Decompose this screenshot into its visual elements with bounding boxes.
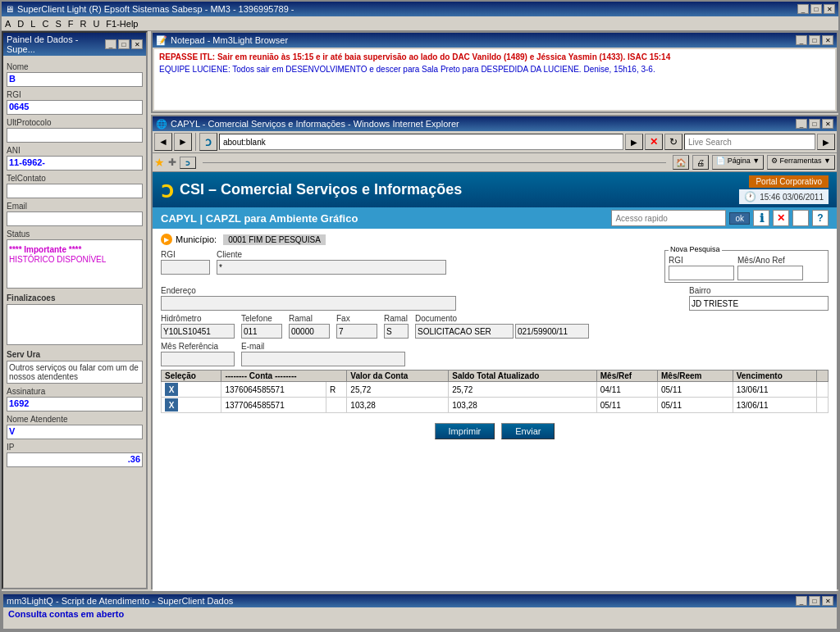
bottom-maximize[interactable]: □ <box>809 596 820 606</box>
links-icon-btn[interactable]: ↄ <box>180 157 196 169</box>
acesso-rapido-input[interactable] <box>611 210 726 226</box>
valor-cell-1: 25,72 <box>347 382 449 398</box>
titlebar-controls[interactable]: _ □ ✕ <box>797 4 835 14</box>
mes-ano-ref-field[interactable] <box>737 266 803 280</box>
tools-dropdown[interactable]: ⚙ Ferramentas ▼ <box>767 155 835 170</box>
fax-group: Fax <box>336 314 377 339</box>
hidrometro-field[interactable] <box>161 324 235 339</box>
email-form-label: E-mail <box>241 342 405 351</box>
ie-close[interactable]: ✕ <box>822 119 833 129</box>
rgi-field[interactable] <box>161 260 210 275</box>
address-go-button[interactable]: ▶ <box>625 134 643 150</box>
bairro-field[interactable] <box>689 296 829 311</box>
email-form-field[interactable] <box>241 352 405 366</box>
table-row: X 1377064585571 103,28 103,28 05/11 05/1… <box>162 398 829 413</box>
menu-f[interactable]: F <box>68 19 74 29</box>
menu-s[interactable]: S <box>55 19 61 29</box>
left-panel-maximize[interactable]: □ <box>118 39 130 49</box>
stop-button[interactable]: ✕ <box>645 134 663 150</box>
menu-r[interactable]: R <box>80 19 86 29</box>
menu-c[interactable]: C <box>42 19 48 29</box>
ok-button[interactable]: ok <box>729 212 750 225</box>
back-button[interactable]: ◄ <box>154 133 172 151</box>
search-input[interactable] <box>684 134 815 150</box>
ultprotocolo-input[interactable] <box>7 128 143 143</box>
fax-field[interactable] <box>336 324 377 339</box>
csi-header: ↄ CSI – Comercial Serviços e Informações… <box>153 172 837 207</box>
ie-fav-star[interactable]: ★ <box>154 156 165 169</box>
ramal2-field[interactable] <box>384 324 409 339</box>
ie-minimize[interactable]: _ <box>796 119 807 129</box>
imprimir-button[interactable]: Imprimir <box>435 423 495 439</box>
ie-controls[interactable]: _ □ ✕ <box>796 119 833 129</box>
ani-label: ANI <box>7 146 143 155</box>
bottom-title-text: mm3LightQ - Script de Atendimento - Supe… <box>7 596 233 606</box>
page-dropdown[interactable]: 📄 Página ▼ <box>712 155 764 170</box>
bottom-controls[interactable]: _ □ ✕ <box>796 596 833 606</box>
menu-l[interactable]: L <box>30 19 35 29</box>
notepad-content: REPASSE ITL: Sair em reunião às 15:15 e … <box>154 49 835 110</box>
menubar: A D L C S F R U F1-Help <box>2 16 838 31</box>
close-icon-btn[interactable]: ✕ <box>773 210 789 226</box>
nova-rgi-group: RGI <box>669 256 734 280</box>
email-input[interactable] <box>7 211 143 226</box>
telefone-field[interactable] <box>241 324 282 339</box>
notepad-minimize[interactable]: _ <box>796 35 807 45</box>
cliente-field[interactable] <box>217 260 446 275</box>
endereco-field[interactable] <box>161 296 456 311</box>
search-go-button[interactable]: ▶ <box>817 134 835 150</box>
nova-pesquisa-box: Nova Pesquisa RGI Mês/Ano Ref <box>664 250 829 283</box>
ie-maximize[interactable]: □ <box>809 119 820 129</box>
close-button[interactable]: ✕ <box>824 4 835 14</box>
print-icon-btn[interactable]: 🖨 <box>692 155 709 170</box>
ie-links-toolbar: ★ ✚ ↄ 🏠 🖨 📄 Página ▼ ⚙ Ferramentas ▼ <box>153 153 837 172</box>
ramal1-field[interactable] <box>289 324 330 339</box>
notepad-window: 📝 Notepad - Mm3Light Browser _ □ ✕ REPAS… <box>151 31 838 113</box>
bottom-title: mm3LightQ - Script de Atendimento - Supe… <box>3 594 837 607</box>
documento-num-field[interactable] <box>515 324 589 339</box>
nova-rgi-field[interactable] <box>669 266 734 280</box>
mes-ref-field[interactable] <box>161 352 235 366</box>
left-panel-title-text: Painel de Dados - Supe... <box>7 34 105 54</box>
checkbox-2[interactable]: X <box>165 398 178 411</box>
menu-a[interactable]: A <box>5 19 11 29</box>
maximize-button[interactable]: □ <box>810 4 822 14</box>
notepad-close[interactable]: ✕ <box>822 35 833 45</box>
home-icon-btn[interactable]: 🏠 <box>673 155 689 170</box>
left-panel-minimize[interactable]: _ <box>105 39 116 49</box>
titlebar-left: 🖥 SuperClient Light (R) Epsoft Sistemas … <box>5 4 294 14</box>
refresh-button[interactable]: ↻ <box>664 134 682 150</box>
info-icon-btn[interactable]: ℹ <box>753 210 769 226</box>
ie-logo-btn[interactable]: ↄ <box>199 133 217 151</box>
menu-d[interactable]: D <box>17 19 24 29</box>
telefone-group: Telefone <box>241 314 282 339</box>
forward-button[interactable]: ► <box>174 133 192 151</box>
enviar-button[interactable]: Enviar <box>501 423 555 439</box>
telcontato-label: TelContato <box>7 174 143 183</box>
ie-window: 🌐 CAPYL - Comercial Serviços e Informaçõ… <box>151 115 838 589</box>
form-area: ▶ Município: 0001 FIM DE PESQUISA RGI Cl… <box>153 229 837 444</box>
checkbox-1[interactable]: X <box>165 383 178 396</box>
finalizacoes-label: Finalizacoes <box>7 293 143 302</box>
minimize-button[interactable]: _ <box>797 4 809 14</box>
notepad-controls[interactable]: _ □ ✕ <box>796 35 833 45</box>
bairro-group: Bairro <box>689 286 829 311</box>
settings-icon-btn[interactable]: ⚙ <box>792 210 809 226</box>
address-bar[interactable] <box>219 134 623 150</box>
ie-add-fav[interactable]: ✚ <box>168 157 176 168</box>
col-saldo: Saldo Total Atualizado <box>449 371 597 382</box>
telcontato-input[interactable] <box>7 184 143 198</box>
bottom-minimize[interactable]: _ <box>796 596 807 606</box>
portal-corporativo-button[interactable]: Portal Corporativo <box>749 175 829 188</box>
bottom-close[interactable]: ✕ <box>822 596 833 606</box>
csi-title-group: ↄ CSI – Comercial Serviços e Informações <box>161 176 462 203</box>
menu-f1help[interactable]: F1-Help <box>106 19 138 29</box>
main-window: 🖥 SuperClient Light (R) Epsoft Sistemas … <box>0 0 840 632</box>
menu-u[interactable]: U <box>93 19 99 29</box>
csi-logo-icon: ↄ <box>161 176 173 203</box>
help-icon-btn[interactable]: ? <box>812 210 829 226</box>
notepad-maximize[interactable]: □ <box>809 35 820 45</box>
conta-cell-2: 1377064585571 <box>221 398 326 413</box>
documento-field[interactable] <box>415 324 514 339</box>
left-panel-close[interactable]: ✕ <box>131 39 143 49</box>
